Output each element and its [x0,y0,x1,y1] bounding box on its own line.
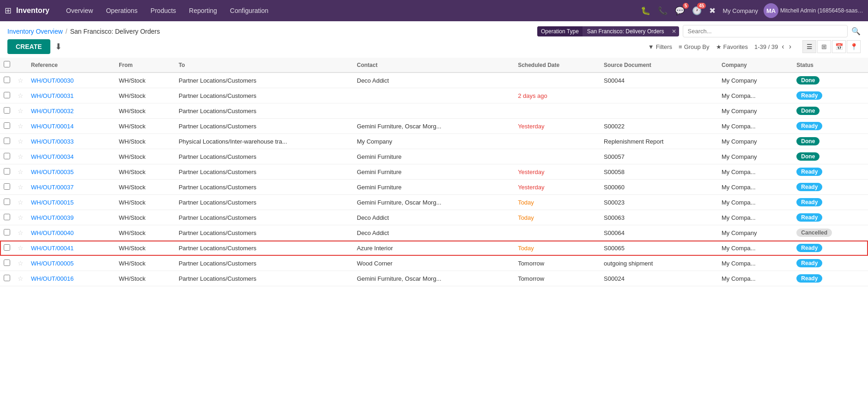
row-reference[interactable]: WH/OUT/00005 [27,256,115,271]
table-row[interactable]: ☆ WH/OUT/00032 WH/Stock Partner Location… [0,103,868,119]
row-star-icon[interactable]: ☆ [18,244,24,252]
filter-close-icon[interactable]: ✕ [669,26,679,36]
table-row[interactable]: ☆ WH/OUT/00030 WH/Stock Partner Location… [0,72,868,88]
table-header: Reference From To Contact Scheduled Date… [0,58,868,72]
activity-icon[interactable]: 🕐 45 [691,5,703,17]
search-icon[interactable]: 🔍 [851,27,861,36]
avatar[interactable]: MA [764,3,778,18]
table-row[interactable]: ☆ WH/OUT/00041 WH/Stock Partner Location… [0,241,868,256]
row-reference[interactable]: WH/OUT/00034 [27,149,115,164]
row-reference[interactable]: WH/OUT/00040 [27,225,115,241]
row-to: Partner Locations/Customers [175,195,353,210]
table-row[interactable]: ☆ WH/OUT/00035 WH/Stock Partner Location… [0,164,868,180]
row-reference[interactable]: WH/OUT/00039 [27,210,115,225]
row-star-icon[interactable]: ☆ [18,138,24,145]
list-view-button[interactable]: ☰ [802,40,816,53]
table-row[interactable]: ☆ WH/OUT/00016 WH/Stock Partner Location… [0,271,868,286]
row-reference[interactable]: WH/OUT/00035 [27,164,115,180]
row-reference[interactable]: WH/OUT/00030 [27,72,115,88]
table-row[interactable]: ☆ WH/OUT/00005 WH/Stock Partner Location… [0,256,868,271]
row-star-icon[interactable]: ☆ [18,92,24,99]
groupby-button[interactable]: ≡ Group By [679,43,710,50]
row-star-icon[interactable]: ☆ [18,183,24,191]
table-row[interactable]: ☆ WH/OUT/00033 WH/Stock Physical Locatio… [0,134,868,149]
table-row[interactable]: ☆ WH/OUT/00040 WH/Stock Partner Location… [0,225,868,241]
row-star-icon[interactable]: ☆ [18,259,24,267]
next-page-button[interactable]: › [788,42,792,52]
row-reference[interactable]: WH/OUT/00031 [27,88,115,103]
row-star-icon[interactable]: ☆ [18,122,24,130]
row-checkbox[interactable] [4,244,10,251]
row-star-icon[interactable]: ☆ [18,77,24,84]
download-button[interactable]: ⬇ [55,42,62,52]
messages-icon[interactable]: 💬 5 [674,5,686,17]
row-star-icon[interactable]: ☆ [18,107,24,115]
table-row[interactable]: ☆ WH/OUT/00034 WH/Stock Partner Location… [0,149,868,164]
row-checkbox[interactable] [4,199,10,205]
row-reference[interactable]: WH/OUT/00015 [27,195,115,210]
row-star-icon[interactable]: ☆ [18,214,24,221]
nav-operations[interactable]: Operations [100,5,143,16]
row-reference[interactable]: WH/OUT/00037 [27,180,115,195]
table-row[interactable]: ☆ WH/OUT/00037 WH/Stock Partner Location… [0,180,868,195]
nav-configuration[interactable]: Configuration [225,5,274,16]
row-checkbox[interactable] [4,259,10,266]
row-star-icon[interactable]: ☆ [18,199,24,206]
bug-icon[interactable]: 🐛 [639,5,652,17]
row-checkbox[interactable] [4,107,10,114]
row-star-icon[interactable]: ☆ [18,168,24,175]
prev-page-button[interactable]: ‹ [781,42,785,52]
row-star-icon[interactable]: ☆ [18,229,24,236]
nav-products[interactable]: Products [145,5,182,16]
favorites-button[interactable]: ★ Favorites [716,43,748,50]
row-star-icon[interactable]: ☆ [18,275,24,282]
row-contact: Deco Addict [353,225,515,241]
table-row[interactable]: ☆ WH/OUT/00031 WH/Stock Partner Location… [0,88,868,103]
row-source: S00065 [600,241,718,256]
row-checkbox-cell [0,180,14,195]
row-reference[interactable]: WH/OUT/00016 [27,271,115,286]
search-input[interactable] [683,25,848,37]
row-reference[interactable]: WH/OUT/00033 [27,134,115,149]
col-to: To [175,58,353,72]
row-star-cell: ☆ [14,134,27,149]
nav-reporting[interactable]: Reporting [183,5,223,16]
row-from: WH/Stock [115,72,175,88]
calendar-view-button[interactable]: 📅 [832,40,846,53]
row-star-cell: ☆ [14,72,27,88]
row-from: WH/Stock [115,149,175,164]
row-checkbox[interactable] [4,229,10,235]
row-source: S00024 [600,271,718,286]
row-checkbox[interactable] [4,153,10,159]
row-reference[interactable]: WH/OUT/00041 [27,241,115,256]
activity-badge: 45 [697,3,706,9]
row-reference[interactable]: WH/OUT/00014 [27,119,115,134]
nav-overview[interactable]: Overview [61,5,98,16]
row-checkbox[interactable] [4,77,10,83]
row-star-icon[interactable]: ☆ [18,153,24,160]
phone-icon[interactable]: 📞 [656,5,669,17]
table-row[interactable]: ☆ WH/OUT/00014 WH/Stock Partner Location… [0,119,868,134]
row-checkbox[interactable] [4,168,10,175]
row-checkbox[interactable] [4,138,10,144]
table-row[interactable]: ☆ WH/OUT/00015 WH/Stock Partner Location… [0,195,868,210]
select-all-checkbox[interactable] [4,61,10,67]
settings-icon[interactable]: ✖ [708,5,717,17]
row-checkbox[interactable] [4,214,10,220]
row-checkbox[interactable] [4,275,10,281]
breadcrumb-parent[interactable]: Inventory Overview [7,28,63,35]
row-reference[interactable]: WH/OUT/00032 [27,103,115,119]
row-contact: Deco Addict [353,210,515,225]
row-checkbox[interactable] [4,92,10,98]
row-star-cell: ☆ [14,88,27,103]
row-checkbox[interactable] [4,122,10,129]
filters-button[interactable]: ▼ Filters [648,43,672,50]
kanban-view-button[interactable]: ⊞ [817,40,831,53]
table-row[interactable]: ☆ WH/OUT/00039 WH/Stock Partner Location… [0,210,868,225]
row-to: Partner Locations/Customers [175,225,353,241]
row-checkbox[interactable] [4,183,10,190]
apps-icon[interactable]: ⊞ [5,6,12,16]
map-view-button[interactable]: 📍 [847,40,861,53]
row-to: Partner Locations/Customers [175,164,353,180]
create-button[interactable]: CREATE [7,39,50,54]
